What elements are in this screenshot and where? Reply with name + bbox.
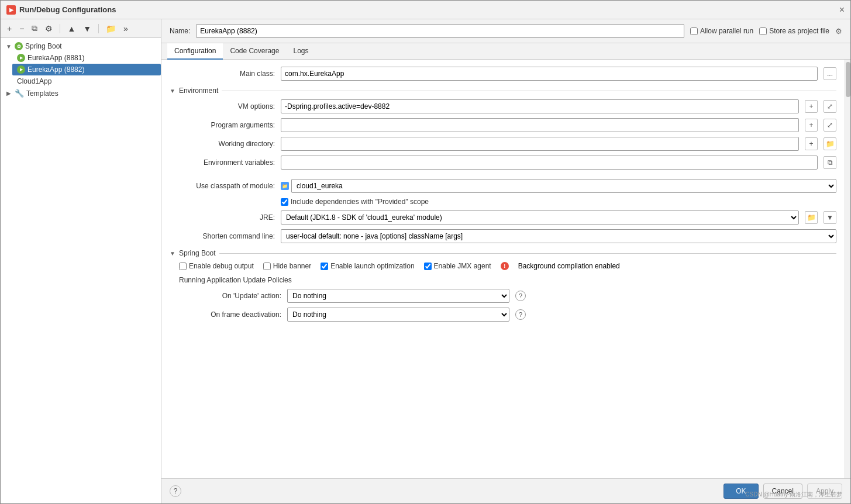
working-dir-label: Working directory: <box>170 140 275 148</box>
args-fullscreen-button[interactable]: ⤢ <box>824 119 836 132</box>
include-deps-checkbox[interactable] <box>281 198 288 206</box>
environment-label: Environment <box>179 87 218 95</box>
store-label[interactable]: Store as project file <box>759 27 829 35</box>
store-checkbox[interactable] <box>759 27 767 35</box>
spring-boot-group-header[interactable]: ▼ ✿ Spring Boot <box>1 40 161 52</box>
name-input[interactable] <box>196 24 684 38</box>
allow-parallel-label[interactable]: Allow parallel run <box>690 27 753 35</box>
tab-configuration[interactable]: Configuration <box>167 43 223 60</box>
spring-boot-section-label: Spring Boot <box>179 249 216 257</box>
enable-launch-checkbox[interactable] <box>321 263 328 270</box>
enable-debug-checkbox[interactable] <box>179 263 187 270</box>
allow-parallel-text: Allow parallel run <box>700 27 753 35</box>
spring-boot-section-line <box>219 253 836 254</box>
copy-config-button[interactable]: ⧉ <box>29 22 40 35</box>
wrench-icon: 🔧 <box>15 89 24 98</box>
title-bar: ▶ Run/Debug Configurations × <box>1 1 850 19</box>
main-class-browse-button[interactable]: ... <box>824 67 836 80</box>
working-dir-browse-button[interactable]: 📁 <box>824 137 836 150</box>
jre-dropdown-button[interactable]: ▼ <box>824 211 836 224</box>
tab-logs[interactable]: Logs <box>286 43 315 60</box>
folder-button[interactable]: 📁 <box>103 22 119 35</box>
close-button[interactable]: × <box>839 5 845 15</box>
scrollbar-track[interactable] <box>845 60 850 478</box>
update-action-select[interactable]: Do nothingHot swap classesUpdate resourc… <box>287 289 509 303</box>
module-icon: 📁 <box>281 182 289 190</box>
title-bar-left: ▶ Run/Debug Configurations <box>6 5 116 15</box>
enable-debug-label[interactable]: Enable debug output <box>179 262 254 270</box>
hide-banner-label[interactable]: Hide banner <box>263 262 311 270</box>
eureka-8882-label: EurekaApp (8882) <box>27 65 84 74</box>
tree-item-eureka-8881[interactable]: ▶ EurekaApp (8881) <box>12 52 161 64</box>
env-vars-input[interactable] <box>281 156 818 170</box>
frame-deactivation-select[interactable]: Do nothingHot swap classesUpdate resourc… <box>287 308 509 322</box>
jre-browse-button[interactable]: 📁 <box>805 211 818 224</box>
enable-launch-label[interactable]: Enable launch optimization <box>321 262 414 270</box>
tree-item-cloud1app[interactable]: Cloud1App <box>12 75 161 87</box>
environment-arrow[interactable]: ▼ <box>170 88 175 94</box>
left-panel: + − ⧉ ⚙ ▲ ▼ 📁 » ▼ ✿ <box>1 19 161 503</box>
error-icon: ! <box>501 262 509 270</box>
frame-deactivation-help[interactable]: ? <box>515 309 526 320</box>
help-button[interactable]: ? <box>170 485 181 497</box>
right-panel: Name: Allow parallel run Store as projec… <box>161 19 850 503</box>
program-args-row: Program arguments: + ⤢ <box>170 118 836 132</box>
running-app-title: Running Application Update Policies <box>179 276 836 284</box>
main-class-label: Main class: <box>170 70 275 78</box>
vm-options-input[interactable] <box>281 99 799 113</box>
program-args-input[interactable] <box>281 118 799 132</box>
add-config-button[interactable]: + <box>4 22 15 35</box>
templates-item[interactable]: ▶ 🔧 Templates <box>1 87 161 99</box>
separator-1 <box>60 24 60 33</box>
env-vars-label: Environment variables: <box>170 158 275 167</box>
spring-boot-section-arrow[interactable]: ▼ <box>170 250 175 257</box>
frame-deactivation-label: On frame deactivation: <box>179 310 281 319</box>
include-deps-label[interactable]: Include dependencies with "Provided" sco… <box>281 198 429 206</box>
classpath-row: Use classpath of module: 📁 cloud1_eureka <box>170 179 836 193</box>
window-title: Run/Debug Configurations <box>19 5 116 14</box>
move-up-button[interactable]: ▲ <box>64 22 78 35</box>
env-vars-copy-button[interactable]: ⧉ <box>824 156 836 169</box>
app-icon: ▶ <box>6 5 16 15</box>
eureka-8882-icon: ▶ <box>17 65 25 74</box>
update-action-label: On 'Update' action: <box>179 292 281 300</box>
include-deps-row: Include dependencies with "Provided" sco… <box>281 198 836 206</box>
jre-select[interactable]: Default (JDK1.8 - SDK of 'cloud1_eureka'… <box>281 210 799 225</box>
enable-jmx-label[interactable]: Enable JMX agent <box>424 262 491 270</box>
config-content: Main class: ... ▼ Environment <box>161 60 845 478</box>
left-panel-toolbar: + − ⧉ ⚙ ▲ ▼ 📁 » <box>1 19 161 38</box>
vm-expand-button[interactable]: + <box>805 100 818 113</box>
spring-boot-group: ▼ ✿ Spring Boot ▶ EurekaApp (8881) ▶ <box>1 40 161 87</box>
update-action-help[interactable]: ? <box>515 291 526 301</box>
working-dir-input[interactable] <box>281 137 799 151</box>
spring-boot-arrow: ▼ <box>5 43 12 50</box>
args-expand-button[interactable]: + <box>805 119 818 132</box>
spring-boot-children: ▶ EurekaApp (8881) ▶ EurekaApp (8882) Cl… <box>1 52 161 87</box>
enable-jmx-checkbox[interactable] <box>424 263 432 270</box>
classpath-select[interactable]: cloud1_eureka <box>291 179 836 193</box>
tree-item-eureka-8882[interactable]: ▶ EurekaApp (8882) <box>12 64 161 75</box>
remove-config-button[interactable]: − <box>16 22 27 35</box>
tab-code-coverage[interactable]: Code Coverage <box>223 43 286 60</box>
enable-debug-text: Enable debug output <box>189 262 254 270</box>
store-gear-icon[interactable]: ⚙ <box>835 27 842 36</box>
hide-banner-text: Hide banner <box>273 262 311 270</box>
move-down-button[interactable]: ▼ <box>80 22 94 35</box>
program-args-label: Program arguments: <box>170 121 275 129</box>
spring-boot-label: Spring Boot <box>25 42 62 50</box>
main-class-input[interactable] <box>281 67 818 81</box>
working-dir-add-button[interactable]: + <box>805 137 818 150</box>
spring-boot-section-header: ▼ Spring Boot <box>170 249 836 257</box>
spring-boot-options: Enable debug output Hide banner Enable l… <box>179 262 836 270</box>
settings-config-button[interactable]: ⚙ <box>42 22 56 35</box>
environment-line <box>222 91 836 91</box>
enable-jmx-text: Enable JMX agent <box>434 262 491 270</box>
eureka-8881-label: EurekaApp (8881) <box>27 54 84 62</box>
include-deps-text: Include dependencies with "Provided" sco… <box>291 198 429 206</box>
more-button[interactable]: » <box>120 22 131 35</box>
vm-fullscreen-button[interactable]: ⤢ <box>824 100 836 113</box>
jre-row: JRE: Default (JDK1.8 - SDK of 'cloud1_eu… <box>170 210 836 225</box>
shorten-cmd-select[interactable]: user-local default: none - java [options… <box>281 229 836 243</box>
hide-banner-checkbox[interactable] <box>263 263 271 270</box>
allow-parallel-checkbox[interactable] <box>690 27 698 35</box>
